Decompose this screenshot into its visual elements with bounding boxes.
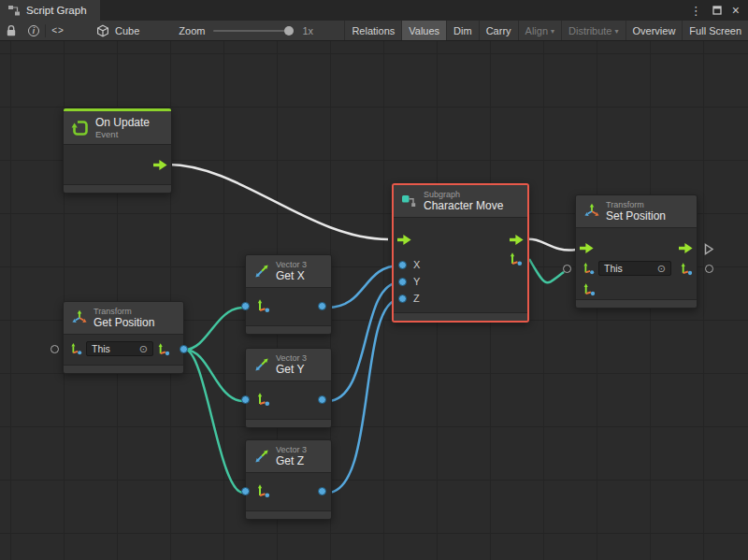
lock-button[interactable] [0, 21, 22, 40]
node-header: Vector 3 Get Y [246, 349, 331, 381]
y-output-port[interactable] [318, 395, 326, 404]
script-graph-icon [7, 4, 21, 17]
wire-onupdate-to-charactermove[interactable] [168, 165, 388, 239]
transform-mini-icon [582, 262, 595, 275]
axis-icon[interactable] [582, 282, 596, 296]
node-footer [394, 312, 527, 321]
info-button[interactable]: i [22, 21, 45, 40]
flow-port-outline-icon[interactable] [704, 243, 714, 255]
node-subtitle: Event [95, 129, 150, 139]
node-body [246, 288, 331, 325]
node-body [246, 381, 331, 419]
node-footer [246, 325, 331, 334]
vector-input-port[interactable] [241, 302, 250, 310]
value-port-outline[interactable] [705, 265, 713, 273]
wire-getz-to-z[interactable] [327, 299, 400, 493]
node-on-update[interactable]: On Update Event [63, 108, 172, 194]
z-output-port[interactable] [318, 487, 326, 495]
zoom-label: Zoom [179, 25, 205, 36]
dim-button[interactable]: Dim [446, 21, 479, 40]
lock-icon [6, 24, 17, 37]
node-header: Transform Set Position [576, 195, 697, 228]
subgraph-icon [401, 194, 418, 208]
node-get-position[interactable]: Transform Get Position This ⊙ [63, 301, 184, 374]
vector-input-port[interactable] [241, 395, 250, 404]
wire-charactermove-to-setposition-this[interactable] [529, 259, 564, 282]
port-z-input[interactable] [398, 294, 407, 303]
node-body [64, 145, 171, 184]
kebab-menu-icon[interactable]: ⋮ [690, 5, 702, 17]
node-get-y[interactable]: Vector 3 Get Y [245, 348, 332, 428]
port-x-input[interactable] [398, 261, 407, 269]
node-character-move[interactable]: Subgraph Character Move X Y Z [392, 183, 529, 323]
node-body [246, 473, 331, 510]
vector-input-port[interactable] [241, 487, 250, 495]
chevron-down-icon: ▾ [615, 27, 619, 36]
wire-gety-to-y[interactable] [327, 282, 400, 401]
align-button[interactable]: Align ▾ [518, 21, 561, 40]
zoom-control: Zoom 1x [179, 25, 313, 36]
code-view-button[interactable]: < > [46, 21, 68, 40]
node-body: This ⊙ [64, 335, 183, 365]
wire-getposition-to-getx[interactable] [185, 308, 243, 350]
values-button[interactable]: Values [401, 21, 446, 40]
distribute-button[interactable]: Distribute ▾ [561, 21, 625, 40]
carry-button[interactable]: Carry [479, 21, 518, 40]
fullscreen-button[interactable]: Full Screen [682, 21, 748, 40]
window-controls: ⋮ × [690, 0, 748, 21]
axis-icon[interactable] [508, 251, 523, 266]
node-get-z[interactable]: Vector 3 Get Z [245, 439, 332, 520]
this-value: This [604, 263, 623, 274]
zoom-slider-track[interactable] [213, 30, 290, 32]
node-title: Get X [276, 269, 307, 282]
axis-icon[interactable] [679, 262, 693, 276]
graph-context-selector[interactable]: Cube [96, 24, 139, 37]
this-dropdown[interactable]: This ⊙ [86, 341, 153, 356]
this-value: This [92, 343, 110, 354]
zoom-slider[interactable] [213, 25, 294, 36]
close-icon[interactable]: × [732, 4, 740, 17]
relations-button[interactable]: Relations [344, 21, 401, 40]
position-output-port[interactable] [180, 345, 188, 353]
overview-button[interactable]: Overview [626, 21, 683, 40]
target-picker-icon[interactable]: ⊙ [139, 344, 148, 354]
axis-icon[interactable] [255, 483, 270, 498]
code-icon: < > [51, 25, 62, 36]
node-get-x[interactable]: Vector 3 Get X [245, 254, 332, 335]
toolbar-buttons: Relations Values Dim Carry Align ▾ Distr… [344, 21, 748, 40]
port-y-input[interactable] [398, 278, 407, 286]
wire-getposition-to-getz[interactable] [185, 350, 243, 493]
wire-charactermove-to-setposition[interactable] [525, 239, 576, 251]
node-set-position[interactable]: Transform Set Position This ⊙ [575, 194, 698, 309]
axis-icon[interactable] [255, 298, 270, 313]
node-kind: Vector 3 [276, 260, 307, 269]
node-footer [246, 419, 331, 427]
axis-icon[interactable] [156, 342, 170, 356]
node-kind: Subgraph [424, 190, 503, 199]
this-input-port[interactable] [50, 345, 59, 353]
port-x-label: X [413, 259, 420, 271]
maximize-icon[interactable] [712, 6, 722, 15]
node-header: On Update Event [64, 111, 171, 145]
node-title: Get Position [94, 316, 154, 329]
zoom-slider-knob[interactable] [284, 26, 294, 36]
info-icon: i [28, 25, 39, 36]
axis-icon[interactable] [255, 392, 270, 407]
graph-canvas[interactable]: On Update Event Subgraph Character Move [0, 41, 748, 560]
flow-input-port[interactable] [397, 235, 411, 245]
this-input-port[interactable] [563, 265, 571, 273]
flow-output-port[interactable] [510, 235, 524, 245]
node-title: Set Position [606, 209, 666, 223]
port-y-label: Y [413, 276, 420, 288]
transform-icon [71, 309, 88, 326]
cube-icon [96, 24, 109, 37]
node-title: Get Y [276, 363, 307, 376]
x-output-port[interactable] [318, 302, 326, 310]
zoom-value: 1x [302, 25, 313, 36]
flow-input-port[interactable] [580, 243, 594, 253]
target-picker-icon[interactable]: ⊙ [657, 264, 666, 274]
this-dropdown[interactable]: This ⊙ [598, 261, 671, 276]
tab-script-graph[interactable]: Script Graph [0, 0, 100, 21]
flow-output-port[interactable] [153, 160, 167, 170]
flow-output-port[interactable] [679, 243, 693, 253]
